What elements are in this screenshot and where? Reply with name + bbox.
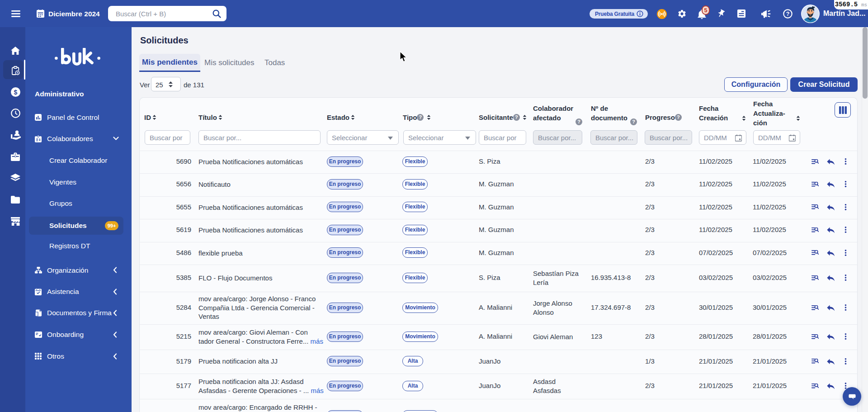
svg-text:$: $ bbox=[14, 89, 18, 96]
svg-text:?: ? bbox=[786, 11, 790, 17]
